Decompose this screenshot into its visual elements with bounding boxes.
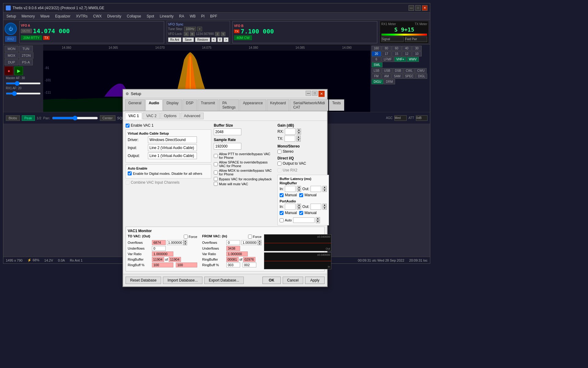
manual-in-checkbox[interactable] [280,193,284,197]
band-wwv[interactable]: WWV [407,57,419,62]
signal-select[interactable]: Signal [381,36,404,42]
auto-up[interactable]: ▲ [316,217,320,220]
to-vac-of-up[interactable]: ▲ [183,240,187,243]
driver-select[interactable]: Windows DirectSound [148,136,197,143]
vfo-lock-b-btn[interactable]: B [190,32,195,36]
maximize-btn[interactable]: □ [415,5,421,11]
dialog-maximize-btn[interactable]: □ [312,91,318,96]
mode-sam[interactable]: SAM [392,74,403,79]
mode-fm[interactable]: FM [371,74,381,79]
mute-mute-vac-checkbox[interactable] [214,182,218,186]
mode-am[interactable]: AM [382,74,391,79]
nav-next-btn[interactable]: > [224,37,228,42]
mode-cwu[interactable]: CWU [415,68,427,73]
rx1-af-slider[interactable] [6,93,41,94]
buf-out-down[interactable]: ▼ [322,189,327,192]
mode-dsb[interactable]: DSB [393,68,403,73]
band-60[interactable]: 60 [392,46,401,51]
gain-tx-up[interactable]: ▲ [296,136,301,139]
allow-ptt-checkbox[interactable] [214,154,218,158]
dup-btn[interactable]: DUP [5,59,18,65]
input-select[interactable]: Line 2 (Virtual Audio Cable) [148,144,197,151]
port-manual-out-checkbox[interactable] [299,211,303,215]
menu-ra[interactable]: RA [178,13,186,19]
port-in-down[interactable]: ▼ [297,207,301,210]
cancel-btn[interactable]: Cancel [283,277,303,284]
allow-mox-checkbox[interactable] [214,171,218,174]
buf-out-input[interactable]: 31 [311,186,321,192]
peak-btn[interactable]: Peak [22,115,35,121]
menu-equalizer[interactable]: Equalizer [54,13,72,19]
tune-plus-btn[interactable]: + [197,27,202,31]
tab-audio[interactable]: Audio [145,99,163,111]
record-btn[interactable]: ● [5,67,13,75]
master-af-slider[interactable] [6,82,41,84]
band-20[interactable]: 20 [371,51,381,56]
reset-database-btn[interactable]: Reset Database [126,277,161,284]
gain-rx-down[interactable]: ▼ [297,132,301,135]
mode-usb[interactable]: USB [382,68,393,73]
tab-keyboard[interactable]: Keyboard [267,99,289,111]
band-6[interactable]: 6 [371,57,381,62]
menu-memory[interactable]: Memory [20,13,36,19]
combine-vac-checkbox[interactable] [126,181,130,185]
menu-spot[interactable]: Spot [145,13,156,19]
gain-rx-input[interactable]: 24 [285,128,296,135]
port-out-input[interactable]: 6 [311,204,321,210]
port-in-input[interactable]: 6 [285,204,296,210]
sample-rate-select[interactable]: 192000 [214,143,241,150]
tab-general[interactable]: General [125,99,145,111]
output-to-vac-checkbox[interactable] [277,162,281,166]
tab-tests[interactable]: Tests [329,99,344,111]
band-30[interactable]: 30 [412,46,422,51]
auto-value-input[interactable]: 0.040000 [293,217,315,223]
band-stack-5[interactable]: 5 [221,32,225,36]
menu-linearity[interactable]: Linearity [158,13,175,19]
from-vac-of-up[interactable]: ▲ [258,240,262,243]
rx-ant-btn[interactable]: Rx Ant [168,37,181,42]
sub-tab-vac1[interactable]: VAC 1 [125,113,142,119]
from-vac-force-checkbox[interactable] [248,235,252,239]
vfo-b-mode[interactable]: 40M CW [234,35,252,40]
save-btn[interactable]: Save [183,37,194,42]
mode-spec[interactable]: SPEC [403,74,416,79]
sub-tab-options[interactable]: Options [160,113,180,119]
mode-lsb[interactable]: LSB [371,68,382,73]
menu-xvtrs[interactable]: XVTRs [75,13,89,19]
buf-in-input[interactable]: 31 [285,186,296,192]
dialog-close-btn[interactable]: ✕ [318,91,325,97]
band-lfmf[interactable]: LFMF [382,57,394,62]
close-btn[interactable]: ✕ [422,5,428,11]
menu-setup[interactable]: Setup [5,13,17,19]
buffer-size-select[interactable]: 2048 [214,128,241,135]
agc-select[interactable]: Med [394,115,407,121]
auto-enable-checkbox[interactable] [128,171,132,175]
manual-out-checkbox[interactable] [299,193,303,197]
mode-cwl[interactable]: CWL [404,68,415,73]
port-manual-in-checkbox[interactable] [280,211,284,215]
rx2-button[interactable]: RX2 [5,36,16,42]
output-select[interactable]: Line 1 (Virtual Audio Cable) [148,152,197,159]
tab-display[interactable]: Display [163,99,182,111]
bypass-vac-checkbox[interactable] [214,177,218,181]
pan-slider[interactable] [52,116,98,121]
tab-pa-settings[interactable]: PA Settings [219,99,239,111]
nav-prev-btn[interactable]: < [211,37,216,42]
vfo-lock-a-btn[interactable]: A [184,32,189,36]
enable-vac1-checkbox[interactable] [126,124,130,128]
band-12[interactable]: 12 [402,51,412,56]
tton-btn[interactable]: 2TON [19,52,33,59]
menu-diversity[interactable]: Diversity [106,13,123,19]
psa-btn[interactable]: PS-A [19,59,33,65]
mode-digl[interactable]: DIGL [416,74,427,79]
mode-drm[interactable]: DRM [384,79,395,84]
band-40[interactable]: 40 [402,46,412,51]
export-database-btn[interactable]: Export Database... [204,277,244,284]
tab-dsp[interactable]: DSP [183,99,197,111]
gain-tx-input[interactable]: 12 [285,136,295,142]
nav-v-btn[interactable]: V [217,37,223,42]
mute-btn[interactable]: MUTE [21,29,32,33]
stereo-checkbox[interactable] [277,150,281,154]
apply-btn[interactable]: Apply [305,277,325,284]
menu-collapse[interactable]: Collapse [126,13,142,19]
